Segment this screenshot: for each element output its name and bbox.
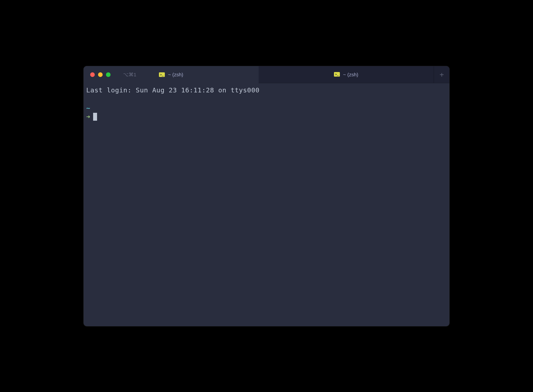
plus-icon: + xyxy=(440,70,444,79)
terminal-body[interactable]: Last login: Sun Aug 23 16:11:28 on ttys0… xyxy=(84,83,449,326)
terminal-icon: >_ xyxy=(334,72,340,77)
new-tab-button[interactable]: + xyxy=(434,66,449,83)
prompt-path: ~ xyxy=(86,104,90,112)
prompt-path-line: ~ xyxy=(86,104,447,112)
minimize-button[interactable] xyxy=(98,72,103,77)
cursor xyxy=(93,113,97,121)
tab-label: ~ (zsh) xyxy=(343,72,358,77)
maximize-button[interactable] xyxy=(106,72,111,77)
blank-line xyxy=(86,95,447,104)
tab-shortcut-label: ⌥⌘1 xyxy=(123,66,136,83)
close-button[interactable] xyxy=(90,72,95,77)
tabs-container: >_ ~ (zsh) >_ ~ (zsh) + xyxy=(84,66,449,83)
prompt-arrow: ➜ xyxy=(86,112,90,121)
tab-label: ~ (zsh) xyxy=(168,72,183,77)
prompt-line: ➜ xyxy=(86,112,447,121)
terminal-window: ⌥⌘1 >_ ~ (zsh) >_ ~ (zsh) + Last login: … xyxy=(84,66,449,326)
traffic-lights xyxy=(84,66,111,83)
tab-2[interactable]: >_ ~ (zsh) xyxy=(259,66,434,83)
last-login-line: Last login: Sun Aug 23 16:11:28 on ttys0… xyxy=(86,86,447,95)
terminal-icon: >_ xyxy=(159,72,165,77)
title-bar: ⌥⌘1 >_ ~ (zsh) >_ ~ (zsh) + xyxy=(84,66,449,83)
